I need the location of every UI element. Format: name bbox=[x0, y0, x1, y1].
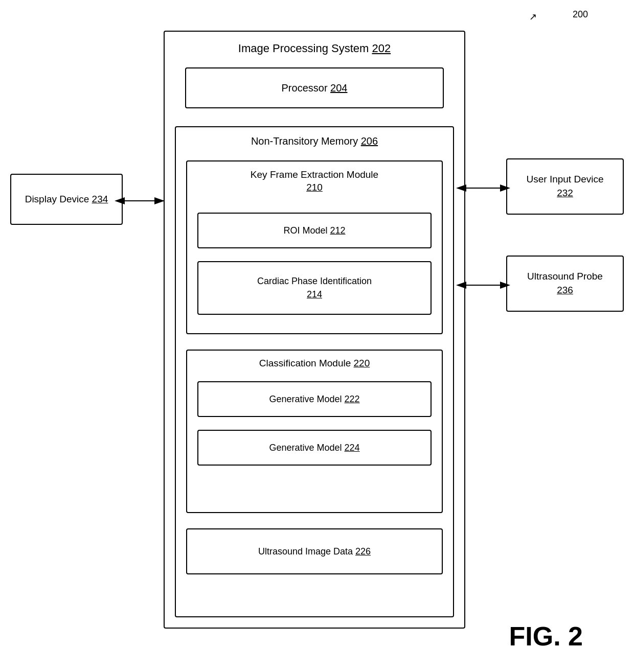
ultrasound-probe-label: Ultrasound Probe 236 bbox=[527, 270, 603, 297]
processor-label: Processor bbox=[282, 82, 331, 94]
gen224-number: 224 bbox=[345, 443, 360, 453]
gen222-number: 222 bbox=[345, 394, 360, 404]
memory-box: Non-Transitory Memory 206 Key Frame Extr… bbox=[175, 126, 454, 617]
cardiac-label: Cardiac Phase Identification bbox=[257, 276, 372, 286]
fig-number-arrow: ↗ bbox=[529, 11, 537, 22]
roi-number: 212 bbox=[330, 225, 345, 236]
kfe-module-box: Key Frame Extraction Module 210 ROI Mode… bbox=[186, 160, 443, 334]
kfe-label: Key Frame Extraction Module bbox=[251, 169, 378, 180]
classification-number: 220 bbox=[354, 358, 370, 368]
memory-title: Non-Transitory Memory 206 bbox=[176, 135, 453, 147]
display-device-box: Display Device 234 bbox=[10, 174, 123, 225]
roi-model-box: ROI Model 212 bbox=[197, 213, 432, 248]
display234-label: Display Device bbox=[25, 194, 92, 204]
gen224-label: Generative Model bbox=[269, 443, 344, 453]
display234-number: 234 bbox=[92, 194, 108, 204]
fig-number-label: 200 bbox=[573, 9, 588, 20]
cardiac-title: Cardiac Phase Identification 214 bbox=[257, 275, 372, 300]
gen222-box: Generative Model 222 bbox=[197, 381, 432, 417]
roi-title: ROI Model 212 bbox=[283, 225, 345, 236]
probe236-number: 236 bbox=[557, 285, 573, 295]
probe236-label: Ultrasound Probe bbox=[527, 271, 603, 282]
kfe-title: Key Frame Extraction Module 210 bbox=[187, 169, 442, 194]
processor-title: Processor 204 bbox=[282, 82, 348, 94]
ultrasound-probe-box: Ultrasound Probe 236 bbox=[506, 256, 624, 312]
cardiac-number: 214 bbox=[307, 289, 322, 299]
image-processing-system-box: Image Processing System 202 Processor 20… bbox=[164, 31, 465, 629]
user-input-device-label: User Input Device 232 bbox=[526, 173, 603, 200]
gen222-title: Generative Model 222 bbox=[269, 394, 359, 405]
ips-number: 202 bbox=[372, 42, 391, 55]
cardiac-box: Cardiac Phase Identification 214 bbox=[197, 261, 432, 315]
uid226-label: Ultrasound Image Data bbox=[258, 546, 355, 557]
processor-box: Processor 204 bbox=[185, 67, 444, 108]
user232-label: User Input Device bbox=[526, 174, 603, 184]
classification-label: Classification Module bbox=[259, 358, 354, 368]
fig-caption: FIG. 2 bbox=[509, 621, 583, 652]
diagram: ↗ 200 Image Processing System 202 Proces… bbox=[0, 0, 634, 672]
memory-label: Non-Transitory Memory bbox=[251, 135, 361, 147]
classification-module-box: Classification Module 220 Generative Mod… bbox=[186, 350, 443, 513]
gen224-box: Generative Model 224 bbox=[197, 430, 432, 466]
uid226-number: 226 bbox=[355, 546, 371, 557]
memory-number: 206 bbox=[361, 135, 378, 147]
gen224-title: Generative Model 224 bbox=[269, 443, 359, 453]
user-input-device-box: User Input Device 232 bbox=[506, 158, 624, 215]
classification-title: Classification Module 220 bbox=[187, 358, 442, 369]
gen222-label: Generative Model bbox=[269, 394, 344, 404]
processor-number: 204 bbox=[330, 82, 347, 94]
image-processing-system-title: Image Processing System 202 bbox=[165, 42, 464, 55]
uid226-title: Ultrasound Image Data 226 bbox=[258, 546, 371, 557]
roi-label: ROI Model bbox=[283, 225, 330, 236]
uid226-box: Ultrasound Image Data 226 bbox=[186, 528, 443, 574]
kfe-number: 210 bbox=[306, 182, 323, 193]
user232-number: 232 bbox=[557, 188, 573, 198]
display-device-label: Display Device 234 bbox=[25, 193, 108, 206]
ips-label: Image Processing System bbox=[238, 42, 372, 55]
